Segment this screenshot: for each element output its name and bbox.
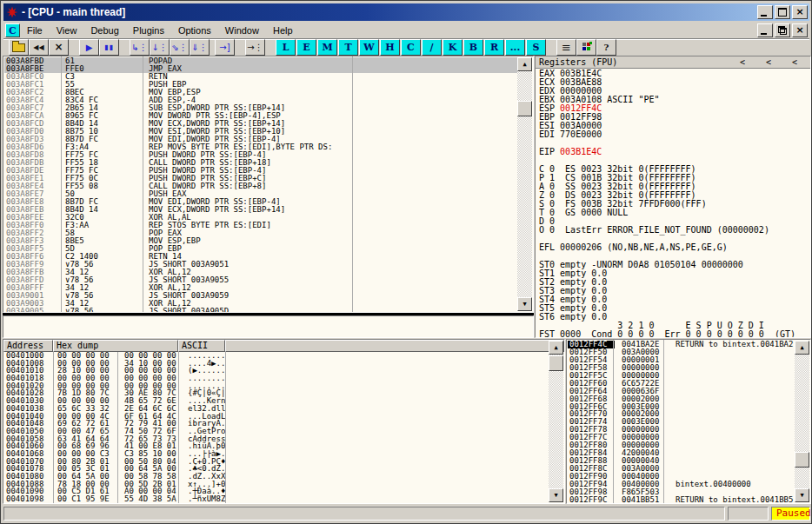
toolbar-cpu-button[interactable]: C (401, 39, 421, 56)
collapse-button[interactable]: < (737, 57, 748, 67)
toolbar-log-button[interactable]: L (276, 39, 296, 56)
disasm-row[interactable]: 003A8FCD8B4D 14MOV ECX,DWORD PTR SS:[EBP… (4, 120, 517, 128)
disasm-row[interactable]: 003A8FBD61POPAD (4, 57, 517, 65)
menu-item-view[interactable]: View (50, 23, 84, 37)
disasm-row[interactable]: 003A8FF38BE5MOV ESP,EBP (4, 237, 517, 245)
disasm-row[interactable]: 003A8FF258POP EAX (4, 229, 517, 237)
run-button[interactable]: ▶ (79, 39, 99, 56)
disasm-row[interactable]: 003A8FD8FF75 FCPUSH DWORD PTR SS:[EBP-4] (4, 151, 517, 159)
dump-scrollbar[interactable]: ▲ ▼ (549, 341, 563, 502)
toolbar-memory-button[interactable]: M (317, 39, 337, 56)
disasm-row[interactable]: 003A8FF9∨78 56JS SHORT 003A9051 (4, 261, 517, 269)
toolbar-references-button[interactable]: R (484, 39, 504, 56)
mdi-minimize-button[interactable] (757, 23, 773, 37)
disasm-row[interactable]: 003A8FF6C2 1400RETN 14 (4, 253, 517, 261)
register-line[interactable]: FST 0000 Cond 0 0 0 0 Err 0 0 0 0 0 0 0 … (536, 330, 809, 337)
collapse-button[interactable]: < (789, 57, 800, 67)
open-file-button[interactable] (9, 39, 29, 56)
minimize-button[interactable] (757, 5, 773, 19)
toolbar-threads-button[interactable]: T (338, 39, 358, 56)
system-menu-icon[interactable]: C (5, 23, 20, 37)
disasm-row[interactable]: 003A8FEE32C0XOR AL,AL (4, 214, 517, 222)
close-button[interactable]: × (792, 5, 808, 19)
windows-list-button[interactable]: ≡ (556, 39, 576, 56)
register-line[interactable]: EDI 770E0000 (536, 130, 809, 139)
pause-button[interactable]: ▮▮ (99, 39, 119, 56)
mdi-restore-button[interactable] (775, 23, 790, 37)
scroll-down-button[interactable]: ▼ (795, 488, 809, 502)
stack-scrollbar[interactable]: ▲ ▼ (795, 341, 809, 502)
toolbar-executables-button[interactable]: E (296, 39, 316, 56)
scroll-up-button[interactable]: ▲ (549, 341, 563, 355)
step-over-button[interactable]: ↓⋮ (150, 39, 170, 56)
disasm-row[interactable]: 003A8FF0F3:AAREP STOS BYTE PTR ES:[EDI] (4, 222, 517, 229)
disasm-row[interactable]: 003A8FE88B7D FCMOV EDI,DWORD PTR SS:[EBP… (4, 198, 517, 206)
disasm-row[interactable]: 003A8FFB34 12XOR AL,12 (4, 269, 517, 276)
dump-ascii: cAddress (185, 435, 235, 443)
disasm-row[interactable]: 003A8FFF34 12XOR AL,12 (4, 284, 517, 292)
menu-item-window[interactable]: Window (218, 23, 266, 37)
disasm-row[interactable]: 003A900334 12XOR AL,12 (4, 300, 517, 308)
scrollbar-thumb[interactable] (517, 101, 532, 116)
scrollbar-thumb[interactable] (549, 355, 563, 371)
dump-row[interactable]: 0040109800 C1 95 9E55 4D 38 5A.┴ñxUM8Z (4, 495, 549, 503)
disasm-row[interactable]: 003A8FCA8965 FCMOV DWORD PTR SS:[EBP-4],… (4, 112, 517, 120)
toolbar-run-trace-button[interactable]: ... (505, 39, 525, 56)
toolbar-source-button[interactable]: S (526, 39, 546, 56)
menu-item-help[interactable]: Help (266, 23, 300, 37)
go-to-address-button[interactable]: →⋮ (245, 39, 265, 56)
disasm-row[interactable]: 003A8FBEFFE0JMP EAX (4, 65, 517, 73)
disasm-row[interactable]: 003A9001∨78 56JS SHORT 003A9059 (4, 292, 517, 300)
disasm-row[interactable]: 003A8FE4FF55 08CALL DWORD PTR SS:[EBP+8] (4, 182, 517, 190)
register-line[interactable]: EIP 003B1E4C (536, 148, 809, 156)
collapse-button[interactable]: < (763, 57, 774, 67)
stack-row[interactable]: 0012FF9C0041BB51RETURN to bintext.0041BB… (568, 496, 795, 503)
stack-comment (672, 418, 795, 426)
mdi-close-button[interactable]: × (792, 23, 808, 37)
disasm-row[interactable]: 003A8FC72B65 14SUB ESP,DWORD PTR SS:[EBP… (4, 104, 517, 112)
register-line[interactable]: EFL 00000206 (NO,NB,NE,A,NS,PE,GE,G) (536, 243, 809, 252)
step-into-button[interactable]: ↳⋮ (130, 39, 150, 56)
toolbar-windows-button[interactable]: W (359, 39, 379, 56)
scroll-up-button[interactable]: ▲ (795, 341, 809, 355)
disasm-row[interactable]: 003A8FF55DPOP EBP (4, 245, 517, 253)
disasm-row[interactable]: 003A8FFD∨78 56JS SHORT 003A9055 (4, 276, 517, 284)
disasm-row[interactable]: 003A8FC155PUSH EBP (4, 81, 517, 89)
animate-into-button[interactable]: ⇘⋮ (170, 39, 190, 56)
scroll-up-button[interactable]: ▲ (517, 57, 532, 71)
toolbar-patches-button[interactable]: / (422, 39, 442, 56)
scroll-down-button[interactable]: ▼ (549, 488, 563, 502)
disasm-row[interactable]: 003A8FC28BECMOV EBP,ESP (4, 89, 517, 96)
disasm-row[interactable]: 003A8FE750PUSH EAX (4, 190, 517, 198)
disasm-row[interactable]: 003A8FDEFF75 FCPUSH DWORD PTR SS:[EBP-4] (4, 167, 517, 175)
menu-item-debug[interactable]: Debug (83, 23, 125, 37)
register-line[interactable]: T 0 GS 0000 NULL (536, 209, 809, 217)
disasm-row[interactable]: 003A8FD08B75 10MOV ESI,DWORD PTR SS:[EBP… (4, 128, 517, 136)
menu-item-options[interactable]: Options (171, 23, 218, 37)
scroll-down-button[interactable]: ▼ (517, 297, 532, 311)
menu-item-plugins[interactable]: Plugins (126, 23, 171, 37)
disasm-row[interactable]: 003A8FDBFF55 18CALL DWORD PTR SS:[EBP+18… (4, 159, 517, 167)
disasm-row[interactable]: 003A8FD6F3:A4REP MOVS BYTE PTR ES:[EDI],… (4, 143, 517, 151)
help-button[interactable]: ? (596, 39, 616, 56)
disasm-row[interactable]: 003A8FC483C4 FCADD ESP,-4 (4, 96, 517, 104)
disasm-row[interactable]: 003A8FC0C3RETN (4, 73, 517, 81)
disasm-row[interactable]: 003A9005∨78 56JS SHORT 003A905D (4, 308, 517, 312)
disasm-row[interactable]: 003A8FEB8B4D 14MOV ECX,DWORD PTR SS:[EBP… (4, 206, 517, 214)
close-program-button[interactable]: × (49, 39, 69, 56)
toolbar-call-stack-button[interactable]: K (443, 39, 463, 56)
restart-button[interactable]: ◀◀ (29, 39, 49, 56)
disasm-row[interactable]: 003A8FD38B7D FCMOV EDI,DWORD PTR SS:[EBP… (4, 136, 517, 143)
disasm-row[interactable]: 003A8FE1FF75 0CPUSH DWORD PTR SS:[EBP+C] (4, 175, 517, 182)
register-line[interactable]: O 0 LastErr ERROR_FILE_NOT_FOUND (000000… (536, 226, 809, 235)
maximize-button[interactable] (775, 5, 790, 19)
scrollbar-thumb[interactable] (795, 452, 809, 468)
execute-till-return-button[interactable]: →] (215, 39, 235, 56)
menu-item-file[interactable]: File (20, 23, 50, 37)
stack-pane: 0012FF4C0041BA2ERETURN to bintext.0041BA… (566, 339, 811, 504)
toolbar-breakpoints-button[interactable]: B (463, 39, 483, 56)
animate-over-button[interactable]: ⇓⋮ (190, 39, 210, 56)
toolbar-handles-button[interactable]: H (380, 39, 400, 56)
appearance-button[interactable] (576, 39, 596, 56)
disassembly-scrollbar[interactable]: ▲ ▼ (517, 57, 532, 311)
